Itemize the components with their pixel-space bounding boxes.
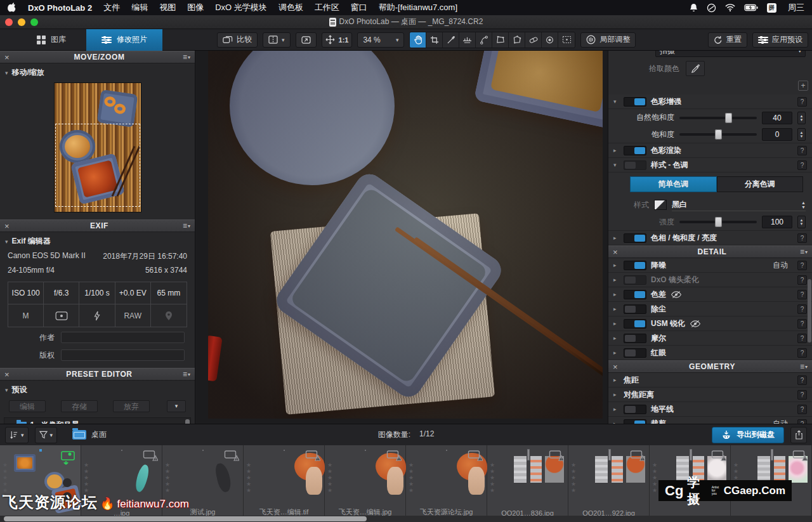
local-adjustments-button[interactable]: 局部调整: [580, 32, 636, 48]
palette-menu-button[interactable]: [183, 53, 190, 62]
help-icon[interactable]: [797, 304, 807, 314]
style-toning-row[interactable]: 样式 - 色调: [608, 158, 812, 173]
intensity-stepper[interactable]: ▲▼: [797, 216, 806, 228]
menu-file[interactable]: 文件: [103, 2, 120, 13]
filmstrip-item[interactable]: QQ201…922.jpg: [568, 445, 650, 522]
preset-section[interactable]: 预设: [0, 381, 195, 398]
palette-menu-button[interactable]: [800, 362, 808, 371]
intensity-value[interactable]: 100: [762, 216, 792, 228]
sort-button[interactable]: [5, 427, 29, 443]
navigator-thumbnail[interactable]: [55, 83, 141, 212]
red-eye-row[interactable]: 红眼: [608, 346, 812, 360]
help-icon[interactable]: [797, 146, 807, 155]
add-palette-button[interactable]: [798, 81, 808, 91]
menu-optics-modules[interactable]: DxO 光学模块: [215, 2, 267, 13]
zoom-level-select[interactable]: 34 %: [357, 32, 404, 48]
focus-distance-row[interactable]: 对焦距离: [608, 388, 812, 402]
vibrancy-value[interactable]: 40: [762, 112, 792, 124]
split-view-button[interactable]: [263, 32, 291, 48]
copyright-field[interactable]: [61, 349, 185, 361]
author-field[interactable]: [61, 332, 185, 343]
saturation-stepper[interactable]: ▲▼: [797, 128, 806, 141]
preset-list-scrollbar[interactable]: [185, 419, 190, 424]
share-button[interactable]: [790, 427, 807, 443]
denoise-row[interactable]: 降噪 自动: [608, 258, 812, 273]
moire-row[interactable]: 摩尔: [608, 331, 812, 346]
rectangle-perspective-tool[interactable]: [492, 32, 509, 48]
horizon-toggle[interactable]: [624, 405, 646, 414]
filmstrip-scroll-track[interactable]: [0, 516, 812, 522]
export-to-disk-button[interactable]: 导出到磁盘: [712, 427, 784, 443]
fit-screen-button[interactable]: [296, 32, 317, 48]
filter-button[interactable]: [35, 427, 58, 443]
color-rendering-toggle[interactable]: [624, 146, 646, 155]
star-rating[interactable]: [490, 462, 495, 493]
menu-edit[interactable]: 编辑: [131, 2, 148, 13]
move-zoom-section[interactable]: 移动/缩放: [0, 63, 195, 81]
move-view-button[interactable]: 1:1: [322, 32, 353, 48]
star-rating[interactable]: [652, 462, 657, 493]
input-method-icon[interactable]: 拼: [767, 3, 776, 13]
preset-options-dropdown[interactable]: ▾: [167, 400, 186, 412]
filmstrip-item[interactable]: 测试.jpg: [162, 445, 244, 522]
chromatic-aberration-row[interactable]: 色差: [608, 287, 812, 302]
filmstrip-item[interactable]: 飞天资源论坛.jpg: [406, 445, 487, 522]
menu-help[interactable]: 帮助-[feitianwu7.com]: [379, 2, 457, 13]
chromatic-aberration-toggle[interactable]: [624, 290, 646, 299]
minimize-window-button[interactable]: [18, 18, 25, 26]
star-rating[interactable]: [3, 462, 8, 493]
horizon-tool[interactable]: [459, 32, 476, 48]
wifi-icon[interactable]: [725, 4, 735, 11]
unsharp-mask-row[interactable]: USM 锐化: [608, 316, 812, 331]
creative-cloud-icon[interactable]: [707, 3, 716, 13]
notification-bell-icon[interactable]: [690, 3, 698, 12]
filmstrip-item[interactable]: 飞天资…编辑.tif: [244, 445, 325, 522]
filmstrip-item[interactable]: …jpg: [81, 445, 162, 522]
tab-simple-toning[interactable]: 简单色调: [630, 176, 717, 192]
zoom-window-button[interactable]: [30, 18, 38, 26]
star-rating[interactable]: [571, 462, 576, 493]
help-icon[interactable]: [797, 348, 807, 358]
reset-button[interactable]: 重置: [708, 32, 747, 48]
filmstrip-item[interactable]: [731, 445, 812, 522]
menu-palettes[interactable]: 调色板: [278, 2, 303, 13]
right-panel-scrollbar[interactable]: [808, 279, 811, 343]
one-to-one-button[interactable]: 1:1: [339, 36, 349, 44]
eight-point-perspective-tool[interactable]: [509, 32, 525, 48]
moire-toggle[interactable]: [624, 334, 646, 343]
current-folder[interactable]: 桌面: [72, 429, 107, 440]
star-rating[interactable]: [165, 462, 170, 493]
menu-workspace[interactable]: 工作区: [315, 2, 339, 13]
saturation-value[interactable]: 0: [762, 128, 792, 141]
apply-preset-button[interactable]: 应用预设: [752, 32, 808, 48]
dust-toggle[interactable]: [624, 304, 646, 314]
star-rating[interactable]: [409, 462, 414, 493]
dust-row[interactable]: 除尘: [608, 302, 812, 316]
help-icon[interactable]: [797, 233, 807, 243]
intensity-slider[interactable]: [679, 221, 757, 223]
help-icon[interactable]: [797, 275, 807, 285]
crop-tool[interactable]: [426, 32, 443, 48]
vibrancy-stepper[interactable]: ▲▼: [797, 112, 806, 124]
menu-image[interactable]: 图像: [187, 2, 204, 13]
compare-button[interactable]: 比较: [217, 32, 258, 48]
exif-editor-section[interactable]: Exif 编辑器: [0, 232, 195, 249]
hsl-toggle[interactable]: [624, 233, 646, 243]
unsharp-mask-toggle[interactable]: [624, 319, 646, 329]
help-icon[interactable]: [797, 290, 807, 299]
tab-customize[interactable]: 修改照片: [86, 29, 162, 51]
star-rating[interactable]: [84, 462, 89, 493]
menu-view[interactable]: 视图: [159, 2, 176, 13]
star-rating[interactable]: [733, 462, 738, 493]
app-menu[interactable]: DxO PhotoLab 2: [28, 3, 92, 13]
hsl-row[interactable]: 色相 / 饱和度 / 亮度: [608, 231, 812, 245]
apple-menu-icon[interactable]: [8, 2, 16, 14]
crop-toggle[interactable]: [624, 419, 646, 424]
tab-photo-library[interactable]: 图库: [22, 29, 81, 51]
denoise-toggle[interactable]: [624, 261, 646, 270]
palette-menu-button[interactable]: [800, 247, 808, 256]
star-rating[interactable]: [327, 462, 332, 493]
style-select[interactable]: 黑白 ▲▼: [672, 199, 806, 211]
filmstrip-item[interactable]: 飞天资…编辑.jpg: [325, 445, 406, 522]
close-icon[interactable]: [613, 247, 624, 257]
